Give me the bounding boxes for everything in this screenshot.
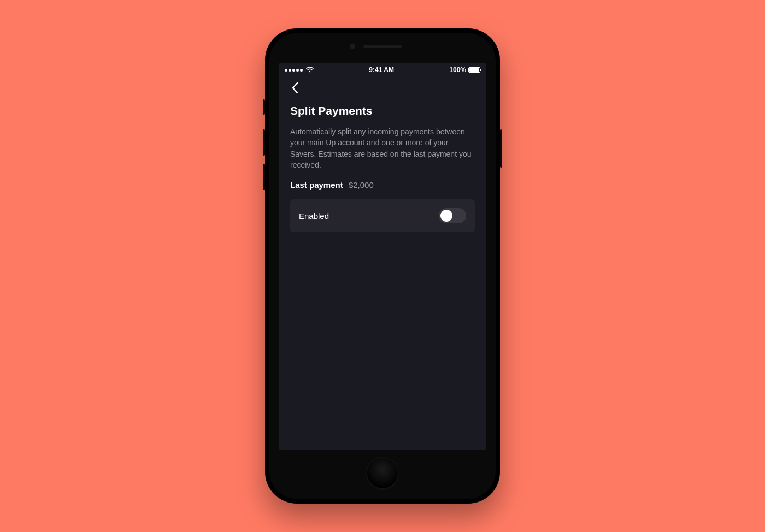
status-time: 9:41 AM: [369, 66, 394, 74]
app-screen: 9:41 AM 100% Split Payments Automa: [279, 63, 486, 450]
front-camera: [350, 44, 355, 49]
phone-frame: 9:41 AM 100% Split Payments Automa: [265, 28, 500, 504]
phone-top-hardware: [269, 33, 496, 63]
content-area: Split Payments Automatically split any i…: [279, 101, 486, 232]
enabled-label: Enabled: [299, 211, 329, 221]
power-button: [500, 129, 502, 168]
nav-bar: [279, 77, 486, 101]
status-bar: 9:41 AM 100%: [279, 63, 486, 77]
page-title: Split Payments: [290, 104, 475, 117]
mute-switch: [263, 99, 265, 115]
enabled-card: Enabled: [290, 199, 475, 232]
status-right: 100%: [449, 66, 480, 74]
chevron-left-icon: [292, 82, 298, 96]
earpiece-speaker: [363, 45, 402, 48]
volume-up: [263, 129, 265, 156]
last-payment-value: $2,000: [349, 180, 374, 190]
battery-percent: 100%: [449, 66, 466, 74]
back-button[interactable]: [287, 81, 303, 97]
phone-bezel: 9:41 AM 100% Split Payments Automa: [269, 33, 496, 499]
last-payment-label: Last payment: [290, 180, 343, 190]
wifi-icon: [306, 67, 314, 73]
last-payment-row: Last payment $2,000: [290, 180, 475, 190]
home-button[interactable]: [366, 457, 399, 489]
signal-dots-icon: [285, 69, 303, 72]
status-left: [285, 67, 314, 73]
toggle-knob: [440, 210, 452, 222]
battery-icon: [468, 67, 480, 73]
volume-down: [263, 164, 265, 190]
page-description: Automatically split any incoming payment…: [290, 126, 475, 170]
enabled-toggle[interactable]: [439, 208, 466, 223]
